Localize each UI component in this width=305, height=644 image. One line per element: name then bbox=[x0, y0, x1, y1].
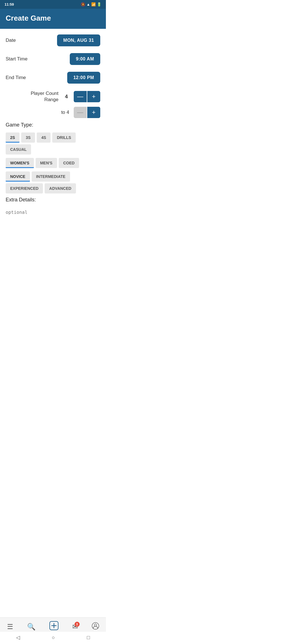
extra-details-input[interactable] bbox=[6, 207, 100, 224]
messages-badge: 3 bbox=[75, 622, 80, 627]
status-bar: 11:59 🔕 ▲ 📶 🔋 bbox=[0, 0, 106, 9]
start-time-row: Start Time 9:00 AM bbox=[6, 53, 100, 65]
min-increase-button[interactable]: + bbox=[87, 91, 100, 102]
svg-point-4 bbox=[94, 624, 97, 626]
battery-icon: 🔋 bbox=[97, 2, 101, 6]
start-time-label: Start Time bbox=[6, 56, 27, 62]
gender-chip-row: WOMEN'S MEN'S COED bbox=[6, 158, 100, 168]
level-chip-row: NOVICE INTERMEDIATE EXPERIENCED ADVANCED bbox=[6, 171, 100, 193]
search-icon: 🔍 bbox=[27, 623, 36, 631]
form-content: Date MON, AUG 31 Start Time 9:00 AM End … bbox=[0, 29, 106, 248]
android-nav: ◁ ○ □ bbox=[0, 631, 106, 644]
player-count-section: Player CountRange 4 — + to 4 — + bbox=[6, 90, 100, 118]
android-recents-button[interactable]: □ bbox=[84, 634, 93, 642]
chip-womens[interactable]: WOMEN'S bbox=[6, 158, 34, 168]
android-back-button[interactable]: ◁ bbox=[13, 633, 23, 642]
android-home-button[interactable]: ○ bbox=[49, 634, 58, 642]
chip-experienced[interactable]: EXPERIENCED bbox=[6, 183, 43, 193]
date-button[interactable]: MON, AUG 31 bbox=[57, 34, 100, 46]
game-type-title: Game Type: bbox=[6, 122, 100, 128]
player-count-min-value: 4 bbox=[63, 94, 70, 100]
end-time-button[interactable]: 12:00 PM bbox=[67, 72, 100, 84]
max-increase-button[interactable]: + bbox=[87, 107, 100, 118]
extra-details-title: Extra Details: bbox=[6, 197, 100, 203]
chip-drills[interactable]: DRILLS bbox=[52, 132, 76, 143]
nav-menu[interactable]: ☰ bbox=[7, 623, 13, 631]
signal-icon: 📶 bbox=[91, 2, 96, 6]
player-count-max-row: to 4 — + bbox=[6, 107, 100, 118]
max-decrease-button[interactable]: — bbox=[74, 107, 87, 118]
start-time-button[interactable]: 9:00 AM bbox=[70, 53, 100, 65]
nav-add[interactable] bbox=[49, 621, 58, 632]
end-time-row: End Time 12:00 PM bbox=[6, 72, 100, 84]
chip-intermediate[interactable]: INTERMEDIATE bbox=[32, 171, 70, 182]
nav-profile[interactable] bbox=[92, 622, 99, 631]
chip-mens[interactable]: MEN'S bbox=[36, 158, 57, 168]
game-type-section: Game Type: 2S 3S 4S DRILLS CASUAL WOMEN'… bbox=[6, 122, 100, 193]
date-row: Date MON, AUG 31 bbox=[6, 34, 100, 46]
chip-3s[interactable]: 3S bbox=[21, 132, 35, 143]
min-decrease-button[interactable]: — bbox=[74, 91, 87, 102]
player-count-label: Player CountRange bbox=[31, 90, 58, 103]
profile-icon bbox=[92, 622, 99, 631]
add-icon bbox=[49, 621, 58, 632]
nav-search[interactable]: 🔍 bbox=[27, 623, 36, 631]
min-count-controls: — + bbox=[74, 91, 100, 102]
end-time-label: End Time bbox=[6, 75, 26, 80]
chip-2s[interactable]: 2S bbox=[6, 132, 19, 143]
max-count-controls: — + bbox=[74, 107, 100, 118]
mute-icon: 🔕 bbox=[81, 2, 85, 6]
player-count-to-label: to 4 bbox=[61, 110, 69, 115]
chip-novice[interactable]: NOVICE bbox=[6, 171, 30, 182]
page-title: Create Game bbox=[6, 14, 100, 23]
chip-4s[interactable]: 4S bbox=[37, 132, 51, 143]
chip-advanced[interactable]: ADVANCED bbox=[45, 183, 76, 193]
chip-coed[interactable]: COED bbox=[59, 158, 79, 168]
status-time: 11:59 bbox=[5, 2, 14, 6]
player-count-min-row: Player CountRange 4 — + bbox=[6, 90, 100, 103]
page-header: Create Game bbox=[0, 9, 106, 29]
wifi-icon: ▲ bbox=[86, 2, 90, 6]
menu-icon: ☰ bbox=[7, 623, 13, 631]
chip-casual[interactable]: CASUAL bbox=[6, 144, 31, 155]
date-label: Date bbox=[6, 38, 16, 43]
nav-messages[interactable]: ✉ 3 bbox=[72, 623, 78, 631]
status-icons: 🔕 ▲ 📶 🔋 bbox=[81, 2, 101, 6]
type-chip-row: 2S 3S 4S DRILLS CASUAL bbox=[6, 132, 100, 155]
extra-details-section: Extra Details: bbox=[6, 197, 100, 225]
